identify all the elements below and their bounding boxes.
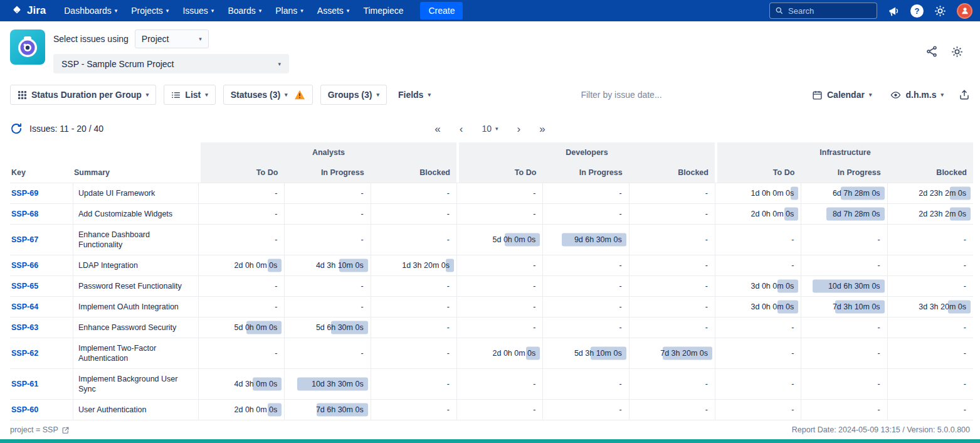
issue-key-link[interactable]: SSP-69: [11, 189, 38, 198]
nav-item-boards[interactable]: Boards▾: [221, 0, 268, 21]
nav-item-issues[interactable]: Issues▾: [176, 0, 221, 21]
duration-cell: -: [715, 225, 801, 255]
jira-logo[interactable]: Jira: [11, 4, 46, 17]
groups-filter-button[interactable]: Groups (3) ▾: [320, 85, 387, 105]
table-row: SSP-66LDAP Integration2d 0h 0m 0s4d 3h 1…: [10, 255, 973, 276]
column-header-row: KeySummaryTo DoIn ProgressBlockedTo DoIn…: [10, 163, 973, 183]
duration-value: -: [962, 235, 968, 244]
table-row: SSP-65Password Reset Functionality------…: [10, 276, 973, 297]
report-table-wrap: AnalystsDevelopersInfrastructure KeySumm…: [0, 142, 980, 422]
duration-value: -: [703, 380, 710, 388]
duration-cell: -: [887, 255, 973, 276]
duration-cell: 7d 3h 10m 0s: [801, 297, 887, 318]
duration-value: 2d 0h 0m 0s: [749, 210, 796, 218]
fields-button[interactable]: Fields ▾: [394, 85, 435, 105]
last-page-icon[interactable]: »: [539, 124, 545, 134]
project-select[interactable]: SSP - Sample Scrum Project ▾: [53, 54, 289, 73]
duration-cell: -: [887, 338, 973, 369]
duration-value: -: [962, 405, 968, 414]
issue-key-link[interactable]: SSP-66: [11, 261, 38, 270]
duration-cell: -: [629, 225, 715, 255]
group-header-developers: Developers: [456, 142, 715, 163]
duration-cell: -: [371, 297, 456, 318]
page-size-value: 10: [482, 124, 492, 134]
share-icon[interactable]: [925, 45, 938, 58]
report-type-button[interactable]: Status Duration per Group ▾: [10, 85, 156, 105]
issue-key-link[interactable]: SSP-62: [11, 349, 38, 358]
duration-value: -: [962, 261, 968, 270]
issue-key-link[interactable]: SSP-65: [11, 282, 38, 291]
duration-cell: -: [629, 369, 715, 400]
nav-item-plans[interactable]: Plans▾: [268, 0, 310, 21]
help-icon[interactable]: ?: [910, 4, 924, 18]
global-search[interactable]: [769, 3, 877, 19]
duration-cell: -: [542, 255, 628, 276]
group-header-row: AnalystsDevelopersInfrastructure: [10, 142, 973, 163]
status-column-header-developers-in-progress: In Progress: [542, 163, 628, 183]
user-avatar[interactable]: [957, 3, 972, 19]
duration-value: -: [359, 189, 365, 198]
status-duration-table: AnalystsDevelopersInfrastructure KeySumm…: [10, 142, 973, 420]
duration-cell: -: [887, 369, 973, 400]
issue-summary: Implement Two-Factor Authentication: [73, 338, 198, 369]
create-button[interactable]: Create: [420, 2, 463, 19]
announcements-icon[interactable]: [887, 4, 900, 18]
duration-cell: -: [542, 276, 628, 297]
duration-cell: -: [887, 318, 973, 338]
calendar-button[interactable]: Calendar ▾: [808, 85, 875, 105]
duration-cell: 2d 23h 2m 0s: [887, 183, 973, 204]
nav-item-projects[interactable]: Projects▾: [124, 0, 176, 21]
duration-value: 3d 0h 0m 0s: [749, 282, 796, 291]
nav-item-label: Boards: [228, 6, 255, 16]
first-page-icon[interactable]: «: [435, 124, 440, 134]
duration-value: -: [531, 405, 537, 414]
settings-gear-icon[interactable]: [934, 4, 947, 18]
previous-page-icon[interactable]: ‹: [460, 124, 463, 134]
chevron-down-icon: ▾: [347, 8, 350, 14]
issue-key-link[interactable]: SSP-60: [11, 405, 38, 414]
issue-key-link[interactable]: SSP-64: [11, 302, 38, 311]
duration-value: 2d 0h 0m 0s: [491, 349, 538, 358]
chevron-down-icon: ▾: [199, 36, 202, 42]
nav-item-timepiece[interactable]: Timepiece: [356, 0, 410, 21]
duration-value: 10d 3h 30m 0s: [310, 380, 366, 388]
page-size-select[interactable]: 10 ▾: [482, 124, 498, 134]
nav-item-dashboards[interactable]: Dashboards▾: [57, 0, 124, 21]
nav-item-label: Dashboards: [64, 6, 112, 16]
duration-cell: 2d 0h 0m 0s: [198, 255, 284, 276]
duration-value: 5d 6h 30m 0s: [314, 323, 366, 332]
duration-value: -: [875, 323, 882, 332]
duration-cell: -: [801, 225, 887, 255]
duration-cell: -: [371, 318, 456, 338]
export-icon[interactable]: [959, 89, 970, 100]
duration-value: -: [703, 302, 710, 311]
search-input[interactable]: [788, 6, 872, 16]
table-row: SSP-64Implement OAuth Integration------3…: [10, 297, 973, 318]
issue-date-filter-input[interactable]: Filter by issue date...: [581, 90, 661, 100]
issue-source-mode-select[interactable]: Project ▾: [135, 29, 209, 48]
duration-cell: 2d 0h 0m 0s: [198, 400, 284, 420]
report-settings-gear-icon[interactable]: [951, 45, 964, 58]
duration-cell: -: [456, 400, 542, 420]
duration-cell: -: [715, 338, 801, 369]
next-page-icon[interactable]: ›: [517, 124, 521, 134]
jql-filter-link[interactable]: project = SSP: [10, 425, 70, 434]
duration-cell: 5d 0h 0m 0s: [456, 225, 542, 255]
duration-value: -: [789, 323, 796, 332]
duration-format-button[interactable]: d.h.m.s ▾: [887, 85, 947, 105]
issue-key-link[interactable]: SSP-67: [11, 235, 38, 244]
issue-key-link[interactable]: SSP-63: [11, 323, 38, 332]
issue-key-link[interactable]: SSP-68: [11, 210, 38, 218]
issue-key-link[interactable]: SSP-61: [11, 380, 38, 388]
nav-item-assets[interactable]: Assets▾: [310, 0, 357, 21]
duration-cell: 3d 0h 0m 0s: [715, 297, 801, 318]
duration-value: -: [875, 349, 882, 358]
status-column-header-developers-blocked: Blocked: [629, 163, 715, 183]
refresh-icon[interactable]: [10, 122, 23, 135]
fields-label: Fields: [398, 90, 423, 100]
duration-cell: -: [456, 255, 542, 276]
statuses-filter-button[interactable]: Statuses (3) ▾: [223, 85, 313, 105]
duration-value: -: [273, 282, 279, 291]
duration-value: -: [445, 189, 451, 198]
view-mode-button[interactable]: List ▾: [164, 85, 215, 105]
